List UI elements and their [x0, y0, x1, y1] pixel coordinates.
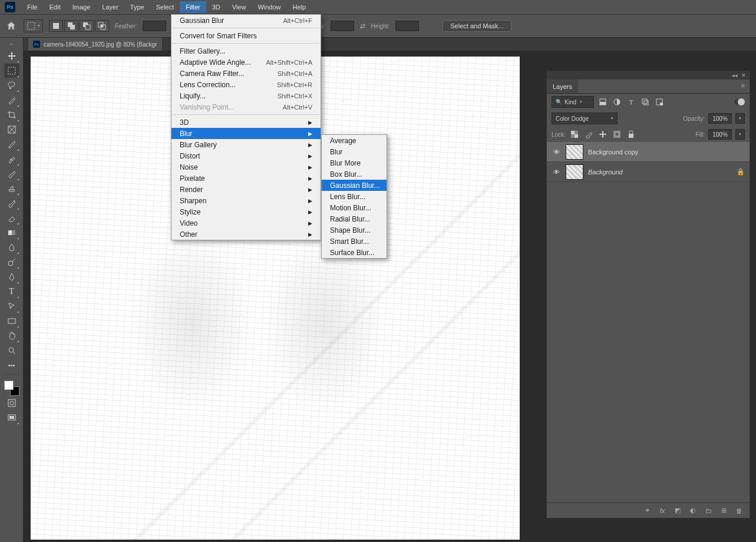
filter-smart-icon[interactable] [654, 97, 665, 107]
filter-adaptive-wide-angle[interactable]: Adaptive Wide Angle...Alt+Shift+Ctrl+A [171, 57, 321, 68]
lasso-tool[interactable] [4, 78, 19, 92]
layer-fx-icon[interactable]: fx [658, 507, 667, 514]
layer-filter-kind[interactable]: 🔍Kind▾ [552, 96, 594, 108]
filter-adjustment-icon[interactable] [612, 97, 622, 107]
blur-shape[interactable]: Shape Blur... [322, 224, 387, 236]
clone-stamp-tool[interactable] [4, 181, 19, 196]
opacity-value[interactable]: 100% [708, 113, 732, 124]
screen-mode-icon[interactable] [4, 411, 19, 425]
filter-convert-smart[interactable]: Convert for Smart Filters [171, 30, 321, 41]
filter-3d[interactable]: 3D▶ [171, 117, 321, 128]
filter-video[interactable]: Video▶ [171, 217, 321, 229]
link-layers-icon[interactable]: ⚭ [642, 507, 652, 514]
blur-tool[interactable] [4, 240, 19, 255]
blur-smart[interactable]: Smart Blur... [322, 236, 387, 247]
eyedropper-tool[interactable] [4, 137, 19, 151]
hand-tool[interactable] [4, 329, 19, 343]
swap-dims-icon[interactable]: ⇄ [360, 22, 365, 30]
quick-mask-icon[interactable] [4, 396, 19, 410]
filter-type-icon[interactable]: T [626, 97, 636, 107]
filter-camera-raw[interactable]: Camera Raw Filter...Shift+Ctrl+A [171, 68, 321, 79]
dodge-tool[interactable] [4, 255, 19, 269]
filter-gallery[interactable]: Filter Gallery... [171, 45, 321, 57]
type-tool[interactable]: T [4, 285, 19, 299]
layer-name[interactable]: Background [588, 168, 732, 176]
layers-tab[interactable]: Layers [547, 80, 578, 93]
fill-value[interactable]: 100% [708, 129, 732, 140]
filter-shape-icon[interactable] [640, 97, 651, 107]
panel-close-icon[interactable]: ✕ [741, 72, 746, 78]
gradient-tool[interactable] [4, 226, 19, 240]
blur-blur[interactable]: Blur [322, 146, 387, 157]
rectangle-tool[interactable] [4, 314, 19, 328]
new-layer-icon[interactable]: ⊞ [719, 507, 728, 514]
filter-blur-gallery[interactable]: Blur Gallery▶ [171, 139, 321, 150]
filter-other[interactable]: Other▶ [171, 229, 321, 240]
layer-row[interactable]: 👁 Background copy [547, 142, 750, 162]
selection-intersect-icon[interactable] [95, 20, 109, 32]
lock-transparency-icon[interactable] [569, 129, 580, 140]
eraser-tool[interactable] [4, 211, 19, 225]
delete-layer-icon[interactable]: 🗑 [734, 507, 744, 514]
toolbar-grip-icon[interactable]: •• [10, 41, 14, 47]
filter-last-used[interactable]: Gaussian BlurAlt+Ctrl+F [171, 15, 321, 26]
marquee-preset[interactable]: ▾ [24, 19, 43, 32]
blur-radial[interactable]: Radial Blur... [322, 213, 387, 224]
filter-pixel-icon[interactable] [597, 97, 608, 107]
lock-position-icon[interactable] [597, 129, 608, 140]
color-swatch[interactable] [3, 381, 21, 396]
menu-type[interactable]: Type [124, 1, 150, 13]
filter-stylize[interactable]: Stylize▶ [171, 206, 321, 217]
menu-3d[interactable]: 3D [206, 1, 226, 13]
crop-tool[interactable] [4, 108, 19, 122]
filter-render[interactable]: Render▶ [171, 184, 321, 195]
blur-surface[interactable]: Surface Blur... [322, 247, 387, 258]
visibility-icon[interactable]: 👁 [552, 148, 561, 156]
menu-help[interactable]: Help [287, 1, 312, 13]
blur-motion[interactable]: Motion Blur... [322, 202, 387, 213]
selection-subtract-icon[interactable] [80, 20, 94, 32]
filter-noise[interactable]: Noise▶ [171, 161, 321, 173]
filter-sharpen[interactable]: Sharpen▶ [171, 195, 321, 206]
menu-filter[interactable]: Filter [180, 1, 206, 13]
layer-mask-icon[interactable]: ◩ [673, 507, 682, 514]
healing-brush-tool[interactable] [4, 152, 19, 166]
visibility-icon[interactable]: 👁 [552, 168, 561, 176]
layer-group-icon[interactable]: 🗀 [704, 507, 713, 514]
height-input[interactable] [395, 21, 419, 31]
filter-toggle-switch[interactable] [734, 99, 745, 105]
magic-wand-tool[interactable] [4, 93, 19, 107]
path-selection-tool[interactable] [4, 299, 19, 313]
layer-row[interactable]: 👁 Background 🔒 [547, 162, 750, 182]
select-and-mask-button[interactable]: Select and Mask... [443, 20, 511, 32]
filter-liquify[interactable]: Liquify...Shift+Ctrl+X [171, 90, 321, 101]
blur-average[interactable]: Average [322, 135, 387, 146]
rectangular-marquee-tool[interactable] [4, 64, 19, 78]
filter-blur[interactable]: Blur▶ [171, 128, 321, 139]
lock-all-icon[interactable] [626, 129, 636, 140]
panel-menu-icon[interactable]: ≡ [737, 80, 750, 93]
zoom-tool[interactable] [4, 343, 19, 358]
home-icon[interactable] [5, 19, 18, 32]
blur-more[interactable]: Blur More [322, 157, 387, 168]
fill-dropdown[interactable]: ▾ [735, 129, 745, 140]
menu-file[interactable]: File [21, 1, 44, 13]
brush-tool[interactable] [4, 167, 19, 181]
menu-image[interactable]: Image [67, 1, 97, 13]
menu-edit[interactable]: Edit [44, 1, 67, 13]
history-brush-tool[interactable] [4, 196, 19, 210]
opacity-dropdown[interactable]: ▾ [735, 113, 745, 124]
layer-thumbnail[interactable] [566, 144, 583, 160]
pen-tool[interactable] [4, 270, 19, 284]
adjustment-layer-icon[interactable]: ◐ [688, 507, 698, 514]
layer-thumbnail[interactable] [566, 164, 583, 180]
blur-box[interactable]: Box Blur... [322, 168, 387, 180]
width-input[interactable] [331, 21, 354, 31]
blend-mode-select[interactable]: Color Dodge▾ [552, 113, 618, 124]
filter-distort[interactable]: Distort▶ [171, 150, 321, 161]
foreground-color-swatch[interactable] [4, 381, 14, 390]
filter-pixelate[interactable]: Pixelate▶ [171, 173, 321, 184]
frame-tool[interactable] [4, 123, 19, 137]
lock-pixels-icon[interactable] [583, 129, 594, 140]
lock-artboard-icon[interactable] [612, 129, 622, 140]
